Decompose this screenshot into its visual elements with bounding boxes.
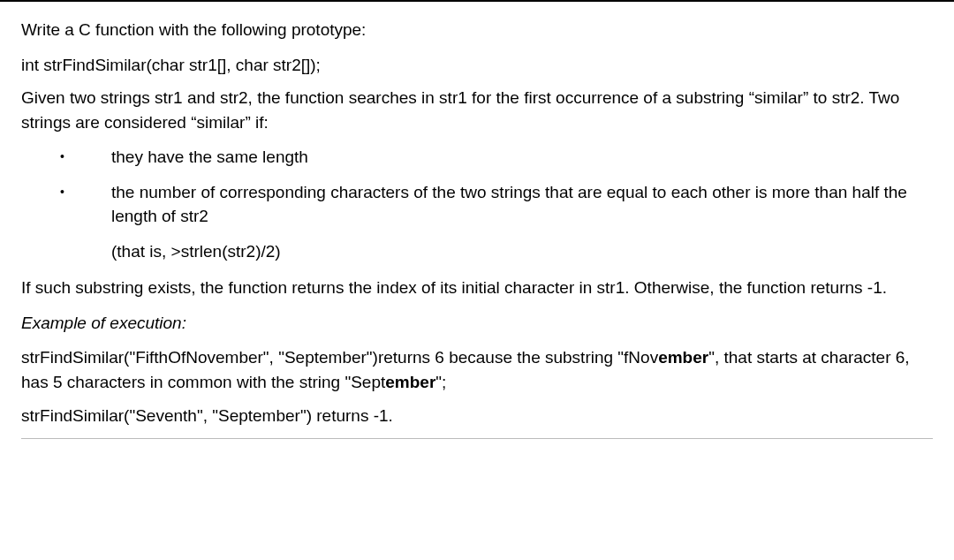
example-1-bold-2: ember [385,373,435,391]
example-1: strFindSimilar("FifthOfNovember", "Septe… [21,345,933,394]
problem-statement: Write a C function with the following pr… [0,0,954,451]
example-1-bold-1: ember [658,348,708,367]
description: Given two strings str1 and str2, the fun… [21,86,933,134]
conditions-list: they have the same length the number of … [21,145,933,229]
example-2: strFindSimilar("Seventh", "September") r… [21,404,933,428]
condition-matching-chars: the number of corresponding characters o… [21,180,933,229]
divider [21,438,933,439]
example-1-part-3: "; [435,373,446,391]
return-rule: If such substring exists, the function r… [21,276,933,300]
condition-same-length: they have the same length [21,145,933,170]
intro-text: Write a C function with the following pr… [21,18,933,42]
example-1-part-1: strFindSimilar("FifthOfNovember", "Septe… [21,348,658,367]
example-heading: Example of execution: [21,311,933,336]
function-prototype: int strFindSimilar(char str1[], char str… [21,53,933,78]
condition-formula: (that is, >strlen(str2)/2) [21,239,933,264]
